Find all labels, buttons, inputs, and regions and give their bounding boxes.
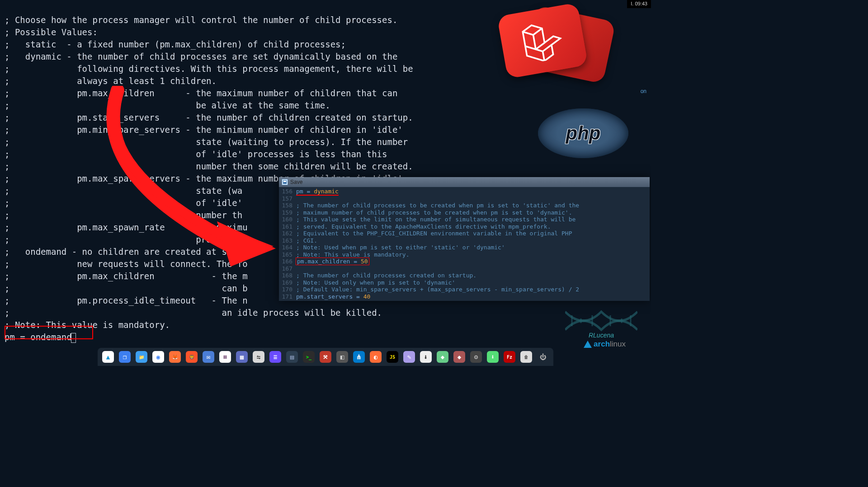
app-icon1[interactable]: ◆ bbox=[437, 351, 448, 363]
arch-icon bbox=[584, 341, 592, 348]
notes-icon[interactable]: ✎ bbox=[403, 351, 415, 363]
svg-rect-3 bbox=[283, 181, 286, 182]
slack-icon[interactable]: ⌗ bbox=[219, 351, 231, 363]
editor-line: ; new requests will connect. The fo bbox=[5, 259, 248, 269]
monitor-icon1[interactable]: ▤ bbox=[286, 351, 298, 363]
overlay-editor-window[interactable]: Save 156pm = dynamic 157 158; The number… bbox=[279, 177, 650, 301]
settings-icon[interactable]: ⚙ bbox=[470, 351, 482, 363]
php-badge: php bbox=[538, 108, 628, 158]
editor-line: ; pm.max_children - the m bbox=[5, 271, 248, 281]
cursor bbox=[71, 333, 76, 343]
editor-line: ; always at least 1 children. bbox=[5, 76, 217, 86]
grid-icon[interactable]: ▦ bbox=[236, 351, 248, 363]
editor-line: ; static - a fixed number (pm.max_childr… bbox=[5, 39, 346, 49]
save-icon[interactable] bbox=[282, 179, 288, 185]
laravel-badge bbox=[502, 9, 619, 90]
editor-line: ; pm.max_spawn_rate - the maximu bbox=[5, 222, 248, 232]
app-icon2[interactable]: ◆ bbox=[453, 351, 465, 363]
workspace-icon[interactable]: ❐ bbox=[119, 351, 131, 363]
vscode-icon[interactable]: ⋔ bbox=[353, 351, 365, 363]
remmina-icon[interactable]: ⇋ bbox=[253, 351, 264, 363]
network-icon[interactable]: ⤧ bbox=[320, 351, 331, 363]
overlay-titlebar[interactable]: Save bbox=[279, 177, 650, 187]
editor-line: ; following directives. With this proces… bbox=[5, 64, 413, 74]
clock: I. 09:43 bbox=[627, 0, 651, 8]
archlinux-brand: archlinux bbox=[584, 340, 626, 349]
editor-line: ; pm.process_idle_timeout - The n bbox=[5, 295, 248, 305]
on-indicator: on bbox=[641, 88, 646, 94]
editor-line: ; state (wa bbox=[5, 186, 242, 196]
trash-icon[interactable]: 🗑 bbox=[520, 351, 532, 363]
editor-line: ; Note: This value is mandatory. bbox=[5, 320, 170, 330]
editor-line: ; pm.max_children - the maximum number o… bbox=[5, 88, 397, 98]
editor-line: ; pm.start_servers - the number of child… bbox=[5, 112, 413, 122]
code-icon[interactable]: ≡ bbox=[269, 351, 281, 363]
files-icon[interactable]: 📁 bbox=[136, 351, 147, 363]
overlay-code[interactable]: 156pm = dynamic 157 158; The number of c… bbox=[279, 187, 650, 301]
overlay-title: Save bbox=[290, 179, 302, 185]
laravel-logo-icon bbox=[519, 17, 566, 64]
editor-line: ; can b bbox=[5, 283, 248, 293]
power-icon[interactable]: ⏻ bbox=[537, 351, 549, 363]
php-text: php bbox=[566, 122, 601, 144]
mail-icon[interactable]: ✉ bbox=[203, 351, 214, 363]
editor-line: ; pm.min_spare_servers - the minimum num… bbox=[5, 125, 403, 135]
sensor-icon[interactable]: 🌡 bbox=[420, 351, 432, 363]
editor-line: ; of 'idle' processes is less than this bbox=[5, 149, 387, 159]
editor-line: ; processes bbox=[5, 234, 242, 244]
editor-line: ; an idle process will be killed. bbox=[5, 308, 382, 318]
jetbrains-icon[interactable]: JS bbox=[387, 351, 398, 363]
editor-line: ; ondemand - no children are created at … bbox=[5, 247, 253, 257]
editor-line: ; number then some children will be crea… bbox=[5, 161, 413, 171]
download-icon[interactable]: ⬇ bbox=[487, 351, 499, 363]
taskbar[interactable]: ▲❐📁◉🦊🦁✉⌗▦⇋≡▤>_⤧◧⋔◐JS✎🌡◆◆⚙⬇Fz🗑⏻ bbox=[98, 348, 553, 366]
dna-brand: RLucena bbox=[565, 307, 637, 339]
terminal-icon[interactable]: >_ bbox=[303, 351, 315, 363]
editor-line: ; dynamic - the number of child processe… bbox=[5, 52, 397, 61]
firefox-icon[interactable]: 🦊 bbox=[169, 351, 181, 363]
editor-line: ; Choose how the process manager will co… bbox=[5, 15, 397, 25]
monitor-icon2[interactable]: ◧ bbox=[336, 351, 348, 363]
editor-line: ; be alive at the same time. bbox=[5, 100, 330, 110]
chrome-icon[interactable]: ◉ bbox=[152, 351, 164, 363]
editor-line: ; number th bbox=[5, 210, 242, 220]
dna-icon bbox=[565, 307, 637, 334]
editor-line: ; state (waiting to process). If the num… bbox=[5, 137, 408, 147]
brave-icon[interactable]: 🦁 bbox=[186, 351, 198, 363]
editor-line: pm = ondemand bbox=[5, 332, 76, 342]
postman-icon[interactable]: ◐ bbox=[370, 351, 382, 363]
editor-line: ; of 'idle' bbox=[5, 198, 242, 208]
filezilla-icon[interactable]: Fz bbox=[504, 351, 515, 363]
editor-line: ; Possible Values: bbox=[5, 27, 98, 37]
arch-launcher[interactable]: ▲ bbox=[102, 351, 114, 363]
